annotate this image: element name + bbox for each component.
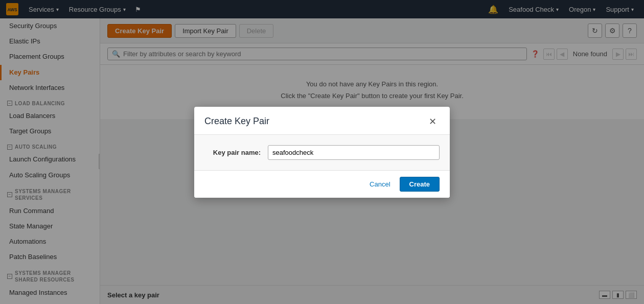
modal-footer: Cancel Create — [194, 170, 450, 198]
modal-create-button[interactable]: Create — [400, 177, 440, 192]
modal-body: Key pair name: — [194, 135, 450, 170]
modal-title: Create Key Pair — [204, 116, 269, 127]
modal-close-button[interactable]: ✕ — [426, 116, 440, 127]
modal-header: Create Key Pair ✕ — [194, 107, 450, 135]
form-row-keypair-name: Key pair name: — [204, 145, 440, 160]
keypair-name-input[interactable] — [268, 145, 440, 160]
keypair-name-label: Key pair name: — [204, 149, 261, 156]
create-key-pair-modal: Create Key Pair ✕ Key pair name: Cancel … — [194, 107, 450, 198]
modal-cancel-button[interactable]: Cancel — [365, 178, 394, 191]
modal-overlay: Create Key Pair ✕ Key pair name: Cancel … — [0, 0, 644, 304]
